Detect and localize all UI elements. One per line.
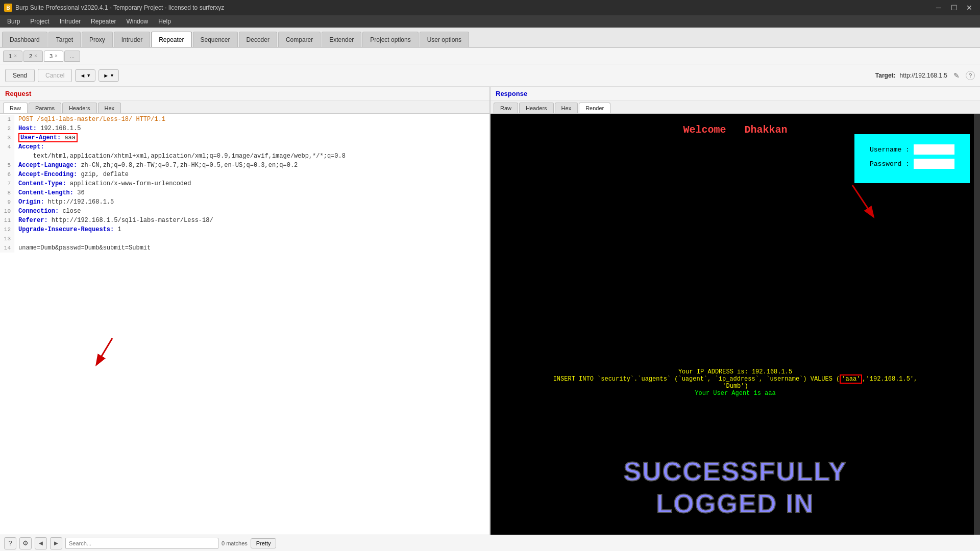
target-label: Target: — [875, 72, 896, 79]
menu-window[interactable]: Window — [121, 15, 153, 28]
tab-repeater[interactable]: Repeater — [151, 32, 191, 47]
password-label: Password : — [870, 160, 910, 168]
response-tab-hex[interactable]: Hex — [555, 103, 578, 113]
send-button[interactable]: Send — [5, 69, 35, 82]
close-tab-2[interactable]: × — [34, 53, 37, 59]
code-line-9: 9 Origin: http://192.168.1.5 — [0, 197, 489, 207]
title-bar: B Burp Suite Professional v2020.4.1 - Te… — [0, 0, 980, 15]
code-line-6: 6 Accept-Encoding: gzip, deflate — [0, 170, 489, 179]
repeater-tab-2[interactable]: 2 × — [23, 51, 43, 62]
password-input-display — [914, 159, 954, 169]
forward-dropdown[interactable]: ▼ — [110, 73, 114, 78]
code-line-7: 7 Content-Type: application/x-www-form-u… — [0, 179, 489, 188]
search-input[interactable] — [65, 538, 218, 549]
response-scrollbar[interactable] — [974, 114, 980, 535]
request-tab-params[interactable]: Params — [29, 103, 61, 113]
minimize-button[interactable]: ─ — [932, 1, 945, 14]
code-line-11: 11 Referer: http://192.168.1.5/sqli-labs… — [0, 216, 489, 225]
code-line-1: 1 POST /sqli-labs-master/Less-18/ HTTP/1… — [0, 115, 489, 124]
help-icon[interactable]: ? — [966, 71, 975, 80]
code-line-12: 12 Upgrade-Insecure-Requests: 1 — [0, 225, 489, 234]
code-line-4: 4 Accept: — [0, 142, 489, 152]
username-input-display — [914, 144, 954, 155]
prev-match-icon[interactable]: ◄ — [35, 537, 47, 549]
match-count: 0 matches — [222, 540, 248, 546]
menu-bar: Burp Project Intruder Repeater Window He… — [0, 15, 980, 28]
back-icon: ◄ — [80, 72, 85, 79]
response-tab-raw[interactable]: Raw — [494, 103, 518, 113]
request-header: Request — [0, 87, 489, 101]
tab-decoder[interactable]: Decoder — [239, 32, 277, 47]
main-content: Request Raw Params Headers Hex 1 POST /s… — [0, 87, 980, 535]
forward-icon: ► — [103, 72, 109, 79]
close-tab-1[interactable]: × — [14, 53, 17, 59]
tab-target[interactable]: Target — [48, 32, 81, 47]
response-text-area: Your IP ADDRESS is: 192.168.1.5 INSERT I… — [491, 287, 980, 397]
response-bg: Welcome Dhakkan Username : Password : — [491, 114, 980, 535]
menu-project[interactable]: Project — [25, 15, 54, 28]
target-url: http://192.168.1.5 — [900, 72, 947, 79]
success-line1: SUCCESSFULLY — [491, 456, 980, 487]
response-tab-headers[interactable]: Headers — [519, 103, 554, 113]
menu-intruder[interactable]: Intruder — [55, 15, 86, 28]
tab-intruder[interactable]: Intruder — [114, 32, 150, 47]
request-body[interactable]: 1 POST /sqli-labs-master/Less-18/ HTTP/1… — [0, 114, 489, 535]
request-pane: Request Raw Params Headers Hex 1 POST /s… — [0, 87, 491, 535]
response-tab-render[interactable]: Render — [579, 103, 610, 113]
edit-target-icon[interactable]: ✎ — [951, 70, 962, 81]
app-icon: B — [4, 4, 12, 12]
username-row: Username : — [870, 144, 954, 155]
tab-extender[interactable]: Extender — [322, 32, 361, 47]
login-box: Username : Password : — [854, 134, 970, 183]
code-line-5: 5 Accept-Language: zh-CN,zh;q=0.8,zh-TW;… — [0, 161, 489, 170]
tab-proxy[interactable]: Proxy — [82, 32, 113, 47]
request-tab-raw[interactable]: Raw — [3, 103, 28, 113]
tab-comparer[interactable]: Comparer — [278, 32, 321, 47]
highlighted-value: 'aaa' — [840, 374, 862, 384]
ip-address-text: Your IP ADDRESS is: 192.168.1.5 — [491, 368, 980, 375]
maximize-button[interactable]: ☐ — [947, 1, 961, 14]
tab-dashboard[interactable]: Dashboard — [2, 32, 47, 47]
welcome-text: Welcome — [683, 124, 726, 136]
back-dropdown[interactable]: ▼ — [86, 73, 91, 78]
code-line-3: 3 User-Agent: aaa — [0, 133, 489, 142]
window-title: Burp Suite Professional v2020.4.1 - Temp… — [15, 4, 224, 11]
response-sub-tabs: Raw Headers Hex Render — [491, 101, 980, 114]
success-text: SUCCESSFULLY LOGGED IN — [491, 456, 980, 519]
repeater-tab-1[interactable]: 1 × — [3, 51, 22, 62]
close-button[interactable]: ✕ — [963, 1, 976, 14]
menu-burp[interactable]: Burp — [2, 15, 25, 28]
forward-button[interactable]: ► ▼ — [99, 69, 119, 82]
pretty-button[interactable]: Pretty — [251, 538, 277, 548]
settings-bottom-icon[interactable]: ⚙ — [19, 537, 32, 549]
code-line-10: 10 Connection: close — [0, 207, 489, 216]
repeater-tab-more[interactable]: ... — [64, 51, 80, 62]
username-label: Username : — [870, 146, 910, 154]
target-info: Target: http://192.168.1.5 ✎ ? — [875, 70, 975, 81]
cancel-button[interactable]: Cancel — [38, 69, 72, 82]
code-line-4b: text/html,application/xhtml+xml,applicat… — [0, 152, 489, 161]
tab-user-options[interactable]: User options — [420, 32, 469, 47]
menu-help[interactable]: Help — [153, 15, 176, 28]
insert-text: INSERT INTO `security`.`uagents` (`uagen… — [491, 375, 980, 383]
request-tab-headers[interactable]: Headers — [62, 103, 97, 113]
tab-sequencer[interactable]: Sequencer — [193, 32, 238, 47]
toolbar: Send Cancel ◄ ▼ ► ▼ Target: http://192.1… — [0, 64, 980, 87]
repeater-tabs: 1 × 2 × 3 × ... — [0, 48, 980, 64]
next-match-icon[interactable]: ► — [50, 537, 62, 549]
tab-project-options[interactable]: Project options — [362, 32, 418, 47]
repeater-tab-3[interactable]: 3 × — [44, 51, 63, 62]
menu-repeater[interactable]: Repeater — [86, 15, 121, 28]
window-controls: ─ ☐ ✕ — [932, 1, 976, 14]
back-button[interactable]: ◄ ▼ — [75, 69, 95, 82]
code-line-13: 13 — [0, 234, 489, 243]
close-tab-3[interactable]: × — [55, 53, 58, 59]
nav-tabs: Dashboard Target Proxy Intruder Repeater… — [0, 28, 980, 48]
success-line2: LOGGED IN — [491, 488, 980, 519]
password-row: Password : — [870, 159, 954, 169]
user-agent-text: Your User Agent is aaa — [491, 390, 980, 397]
help-bottom-icon[interactable]: ? — [4, 537, 16, 549]
request-tab-hex[interactable]: Hex — [98, 103, 121, 113]
response-render: Welcome Dhakkan Username : Password : — [491, 114, 980, 535]
response-annotation-arrow — [837, 180, 888, 231]
